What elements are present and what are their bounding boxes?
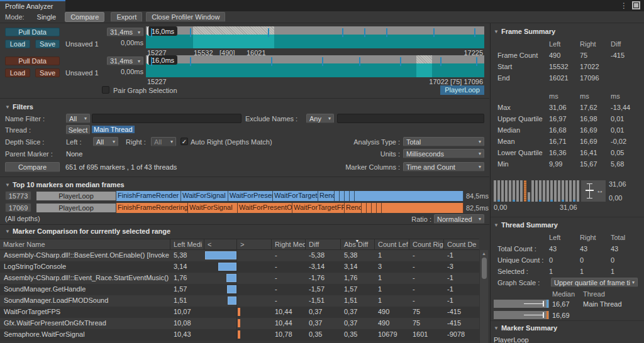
foldout-triangle-icon: ▼ — [5, 229, 10, 234]
top10-marker-row[interactable]: PlayerLoopFinishFrameRenderWaitForSignal… — [36, 191, 464, 201]
column-header[interactable]: Count Lef — [374, 239, 409, 249]
marker-segment[interactable]: WaitForPresentOn — [238, 203, 292, 213]
top10-header[interactable]: ▼Top 10 markers on median frames — [5, 181, 125, 188]
column-header[interactable]: > — [236, 239, 271, 249]
column-header[interactable]: Diff — [305, 239, 340, 249]
thread-value[interactable]: Main Thread — [92, 126, 135, 133]
marker-summary-header[interactable]: ▼Marker Summary — [494, 324, 557, 332]
column-header[interactable]: Marker Name — [0, 239, 170, 249]
close-profiler-button[interactable]: Close Profiler Window — [146, 12, 225, 22]
pull-data-left-button[interactable]: Pull Data — [5, 28, 60, 36]
marker-segment[interactable] — [367, 203, 372, 213]
marker-segment[interactable] — [335, 191, 340, 201]
comparison-table-header[interactable]: Marker NameLeft Medi<>Right MedDiffAbs D… — [0, 239, 479, 250]
table-row[interactable]: SoundManager.LoadFMODSound1,51--1,511,51… — [0, 295, 479, 307]
save-right-button[interactable]: Save — [35, 68, 60, 77]
units-dropdown[interactable]: Milliseconds▾ — [403, 149, 484, 158]
pull-data-right-button[interactable]: Pull Data — [5, 57, 60, 65]
table-row[interactable]: Assembly-CSharp.dll!::Event_Race.StartEv… — [0, 273, 479, 284]
column-header[interactable]: Abs Diff▼ — [340, 239, 374, 249]
table-row[interactable]: Gfx.WaitForPresentOnGfxThread10,0810,440… — [0, 318, 479, 329]
frame-histogram[interactable] — [494, 180, 579, 202]
thread-select-button[interactable]: Select — [66, 125, 90, 134]
marker-segment[interactable]: FinishFrameRender — [116, 191, 181, 201]
thread-summary-header[interactable]: ▼Thread Summary — [494, 221, 558, 229]
top10-marker-row[interactable]: PlayerLoopFinishFrameRenderingWaitForSig… — [36, 203, 464, 213]
cell: Left — [549, 234, 580, 241]
marker-segment[interactable]: FinishFrameRendering — [116, 203, 188, 213]
table-row[interactable]: WaitForTargetFPS10,0710,440,370,3749075-… — [0, 307, 479, 318]
save-left-button[interactable]: Save — [35, 40, 60, 48]
table-row[interactable]: Assembly-CSharp.dll!::BaseEvent.OnEnable… — [0, 250, 479, 261]
marker-segment[interactable]: WaitForTarget — [273, 191, 318, 201]
marker-segment[interactable] — [350, 191, 355, 201]
single-button[interactable]: Single — [32, 12, 62, 22]
filters-header[interactable]: ▼Filters — [5, 103, 33, 111]
marker-columns-dropdown[interactable]: Time and Count▾ — [403, 162, 484, 172]
comparison-header[interactable]: ▼Marker Comparison for currently selecte… — [5, 227, 170, 235]
marker-segment[interactable] — [377, 203, 382, 213]
marker-segment[interactable] — [382, 203, 464, 213]
column-header[interactable]: Count Rig — [409, 239, 443, 249]
marker-segment[interactable]: Render — [318, 191, 335, 201]
load-right-button[interactable]: Load — [5, 68, 30, 77]
cell: -9078 — [443, 329, 479, 340]
export-button[interactable]: Export — [111, 12, 142, 22]
window-icon[interactable] — [632, 1, 640, 9]
column-header[interactable]: Left Medi — [170, 239, 204, 249]
marker-segment[interactable]: WaitForSignal — [188, 203, 238, 213]
frame-summary-header[interactable]: ▼Frame Summary — [494, 28, 555, 35]
name-filter-input[interactable] — [92, 114, 242, 123]
auto-right-checkbox[interactable]: ✓ — [180, 138, 188, 145]
exclude-mode-dropdown[interactable]: Any▾ — [306, 114, 334, 123]
box-whisker-widget[interactable]: ↔ — [581, 180, 606, 202]
name-filter-mode-dropdown[interactable]: All▾ — [66, 114, 90, 123]
load-left-button[interactable]: Load — [5, 40, 30, 48]
frame-index-button[interactable]: 17069 — [5, 203, 31, 212]
bar-center-line — [236, 318, 237, 329]
marker-segment[interactable] — [372, 203, 377, 213]
exclude-names-input[interactable] — [337, 114, 484, 123]
compare-filter-button[interactable]: Compare — [5, 162, 60, 172]
column-header[interactable]: Right Med — [271, 239, 305, 249]
ratio-dropdown[interactable]: Normalized▾ — [434, 214, 484, 224]
marker-segment[interactable]: Render — [345, 203, 362, 213]
marker-segment[interactable]: WaitForTargetFPS — [292, 203, 345, 213]
marker-segment[interactable]: PlayerLoop — [36, 203, 116, 213]
left-scale-dropdown[interactable]: 31,4ms▾ — [107, 28, 143, 36]
histogram-bar — [565, 180, 568, 202]
marker-segment[interactable] — [355, 191, 464, 201]
kebab-menu-icon[interactable]: ⋮ — [620, 1, 628, 10]
thread-median-bar[interactable] — [494, 311, 549, 319]
marker-segment[interactable] — [345, 191, 350, 201]
analysis-type-dropdown[interactable]: Total▾ — [403, 137, 484, 146]
table-row[interactable]: SoundManager.GetHandle1,57--1,571,571--1 — [0, 284, 479, 295]
compare-button[interactable]: Compare — [65, 12, 104, 22]
marker-segment[interactable] — [340, 191, 345, 201]
left-frame-graph[interactable]: 16,0ms — [146, 26, 484, 48]
pair-graph-checkbox[interactable] — [102, 86, 109, 94]
cell — [611, 74, 644, 82]
marker-segment[interactable]: WaitForPresent — [228, 191, 273, 201]
table-row[interactable]: Semaphore.WaitForSignal10,4310,780,350,3… — [0, 329, 479, 340]
marker-columns-label: Marker Columns : — [314, 163, 400, 171]
table-scrollbar[interactable]: ▲ — [479, 250, 488, 343]
table-row[interactable]: LogStringToConsole3,14--3,143,143--3 — [0, 261, 479, 273]
right-frame-graph[interactable]: 16,0ms — [146, 55, 484, 77]
marker-segment[interactable]: WaitForSignal — [181, 191, 228, 201]
depth-left-dropdown[interactable]: All▾ — [93, 137, 118, 146]
frame-index-button[interactable]: 15773 — [5, 191, 31, 200]
graph-selection[interactable] — [193, 26, 274, 48]
cell: 1,76 — [170, 273, 204, 284]
graph-selection[interactable] — [416, 55, 431, 77]
selected-marker-badge[interactable]: PlayerLoop — [440, 85, 484, 95]
marker-segment[interactable] — [362, 203, 367, 213]
tab-profile-analyzer[interactable]: Profile Analyzer — [0, 0, 65, 11]
column-header[interactable]: Count De — [443, 239, 479, 249]
thread-median-bar[interactable] — [494, 300, 549, 308]
graph-scale-dropdown[interactable]: Upper quartile of frame ti▾ — [551, 278, 638, 287]
right-scale-dropdown[interactable]: 31,4ms▾ — [107, 57, 143, 65]
marker-segment[interactable]: PlayerLoop — [36, 191, 116, 201]
column-header[interactable]: < — [204, 239, 236, 249]
row-label: Total Count : — [491, 245, 549, 253]
